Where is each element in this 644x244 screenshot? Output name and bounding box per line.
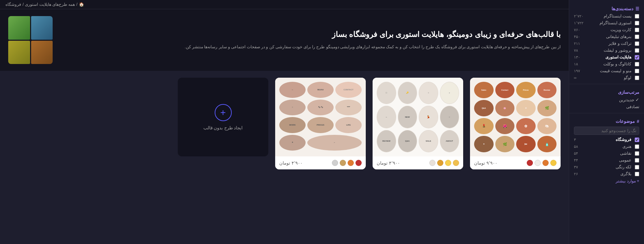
thumb-circle: Contact bbox=[495, 82, 515, 98]
hero-image bbox=[8, 16, 53, 64]
tag-item-0[interactable]: فروشگاه ۳ bbox=[569, 136, 644, 143]
category-item-2[interactable]: کارت ویزیت ۷۶۰ bbox=[569, 26, 644, 33]
category-item-7[interactable]: کاتالوگ و بوکلت ۱۸ bbox=[569, 61, 644, 67]
category-checkbox-1[interactable] bbox=[635, 21, 639, 25]
category-checkbox-4[interactable] bbox=[635, 41, 639, 46]
thumb-circle: ✦ bbox=[474, 136, 494, 152]
breadcrumb-shop[interactable]: فروشگاه bbox=[5, 2, 21, 7]
topics-section-title: # موضوعات bbox=[569, 116, 644, 125]
color-swatch[interactable] bbox=[445, 160, 451, 166]
sort-option-0[interactable]: ✓ جدیدترین bbox=[569, 96, 644, 103]
color-swatch[interactable] bbox=[429, 160, 435, 166]
category-label-3: بنرهای تبلیغاتی bbox=[606, 34, 631, 39]
breadcrumb-all[interactable]: همه طرح‌های هایلایت استوری bbox=[25, 2, 75, 7]
category-checkbox-7[interactable] bbox=[635, 62, 639, 66]
hero-img-4 bbox=[8, 41, 30, 64]
category-checkbox-0[interactable] bbox=[635, 14, 639, 18]
color-swatch[interactable] bbox=[453, 160, 459, 166]
sort-label-0: جدیدترین bbox=[619, 98, 634, 102]
tag-search-wrap[interactable] bbox=[569, 125, 644, 136]
thumb-circle: PRICES bbox=[307, 117, 334, 133]
thumb-circle: WORK bbox=[279, 117, 306, 133]
category-count-7: ۱۸ bbox=[574, 62, 578, 66]
tag-label-4: لکه رنگی bbox=[616, 165, 631, 169]
category-label-0: پست اینستاگرام bbox=[604, 14, 631, 18]
more-tags-link[interactable]: + موارد بیشتر bbox=[569, 177, 644, 185]
tag-checkbox-2[interactable] bbox=[635, 151, 639, 156]
tag-count-2: ۵۴ bbox=[574, 151, 578, 156]
sort-option-1[interactable]: تصادفی bbox=[569, 103, 644, 110]
thumb-circle: 💃 bbox=[419, 106, 438, 128]
thumb-circle: SALE bbox=[419, 130, 438, 152]
color-swatch[interactable] bbox=[340, 160, 346, 166]
category-checkbox-6[interactable] bbox=[635, 55, 639, 60]
category-item-8[interactable]: منو و لیست قیمت ۱۹۷ bbox=[569, 67, 644, 74]
color-swatch[interactable] bbox=[355, 160, 362, 166]
category-count-2: ۷۶۰ bbox=[574, 28, 580, 32]
category-item-5[interactable]: بروشور و لیفلت ۷۸ bbox=[569, 47, 644, 54]
tag-label-2: نقاشی bbox=[620, 151, 631, 156]
thumb-circle: 〰 bbox=[335, 100, 362, 116]
main-content: 🏠 / همه طرح‌های هایلایت استوری / فروشگاه… bbox=[0, 0, 569, 244]
color-swatch[interactable] bbox=[332, 160, 338, 166]
tag-item-1[interactable]: هنری ۵۸ bbox=[569, 143, 644, 150]
tag-count-1: ۵۸ bbox=[574, 144, 578, 149]
tag-item-5[interactable]: بلاگری ۲۶ bbox=[569, 170, 644, 177]
thumb-circle: ○ bbox=[440, 106, 459, 128]
category-item-9[interactable]: لوگو ∞ bbox=[569, 74, 644, 81]
category-item-0[interactable]: پست اینستاگرام ۲٬۷۲۰ bbox=[569, 13, 644, 20]
home-icon: 🏠 bbox=[79, 2, 84, 7]
thumb-circle: ○ bbox=[279, 100, 306, 116]
product-card-3[interactable]: CONTACT MUAH ∩ 〰 ∿∿ ○ LIFE PRICES WORK bbox=[275, 78, 366, 169]
sort-section-title: مرتب‌سازی bbox=[569, 87, 644, 96]
hero-img-2 bbox=[8, 16, 30, 40]
tag-checkbox-5[interactable] bbox=[635, 172, 639, 176]
category-checkbox-3[interactable] bbox=[635, 35, 639, 39]
color-swatch[interactable] bbox=[437, 160, 443, 166]
category-count-6: ۱۳۰ bbox=[574, 55, 580, 60]
tag-item-3[interactable]: عمومی ۴۴ bbox=[569, 157, 644, 164]
category-item-6[interactable]: هایلایت استوری ۱۳۰ bbox=[569, 54, 644, 61]
color-swatch[interactable] bbox=[550, 160, 556, 166]
product-price-2: ۴٬۹۰۰ تومان bbox=[377, 160, 400, 166]
color-swatch[interactable] bbox=[527, 160, 533, 166]
category-checkbox-9[interactable] bbox=[635, 76, 639, 80]
category-checkbox-2[interactable] bbox=[635, 28, 639, 32]
hero-banner: با قالب‌های حرفه‌ای و زیبای دومینگو، های… bbox=[0, 9, 569, 71]
tag-item-4[interactable]: لکه رنگی ۳۷ bbox=[569, 164, 644, 170]
hero-img-3 bbox=[31, 41, 53, 64]
thumb-circle: 💄 bbox=[474, 118, 494, 134]
tag-count-5: ۲۶ bbox=[574, 172, 578, 176]
product-card-1[interactable]: Review Prices Contact Sales 🌿 ✦ 🌸 Q&A 🛍 … bbox=[470, 78, 561, 169]
category-label-2: کارت ویزیت bbox=[611, 27, 631, 32]
tag-checkbox-0[interactable] bbox=[635, 138, 639, 142]
thumb-circle: REVIEW bbox=[377, 130, 396, 152]
tag-checkbox-3[interactable] bbox=[635, 158, 639, 163]
category-count-4: ۲۱۱ bbox=[574, 41, 580, 46]
category-item-3[interactable]: بنرهای تبلیغاتی ۴۵۰ bbox=[569, 33, 644, 40]
tag-search-input[interactable] bbox=[574, 127, 639, 135]
color-swatch[interactable] bbox=[348, 160, 354, 166]
product-card-2[interactable]: + ○ 🔑 □ ○ 💃 NEW ~ ABOUT SALE bbox=[373, 78, 463, 169]
thumb-circle: ✦ bbox=[279, 135, 306, 151]
thumb-circle: LIFE bbox=[335, 117, 362, 133]
category-checkbox-8[interactable] bbox=[635, 69, 639, 73]
color-swatch[interactable] bbox=[535, 160, 541, 166]
color-swatch[interactable] bbox=[542, 160, 549, 166]
category-checkbox-5[interactable] bbox=[635, 48, 639, 53]
thumb-circle: + bbox=[440, 82, 459, 104]
tag-checkbox-4[interactable] bbox=[635, 165, 639, 169]
product-footer-3: ۴٬۹۰۰ تومان bbox=[275, 156, 366, 169]
tag-count-3: ۴۴ bbox=[574, 158, 578, 163]
product-colors-2 bbox=[429, 160, 459, 166]
thumb-grid-2: + ○ 🔑 □ ○ 💃 NEW ~ ABOUT SALE bbox=[373, 78, 463, 156]
thumb-circle: Prices bbox=[516, 82, 536, 98]
create-card[interactable]: + ایجاد طرح بدون قالب bbox=[178, 78, 268, 156]
category-item-1[interactable]: استوری اینستاگرام ۱٬۷۲۲ bbox=[569, 20, 644, 26]
category-item-4[interactable]: تراکت و فلایر ۲۱۱ bbox=[569, 40, 644, 47]
thumb-circle: MUAH bbox=[307, 82, 334, 98]
tag-checkbox-1[interactable] bbox=[635, 144, 639, 149]
tag-item-2[interactable]: نقاشی ۵۴ bbox=[569, 150, 644, 157]
products-area: Review Prices Contact Sales 🌿 ✦ 🌸 Q&A 🛍 … bbox=[0, 71, 569, 176]
sort-list: ✓ جدیدترین تصادفی bbox=[569, 96, 644, 110]
